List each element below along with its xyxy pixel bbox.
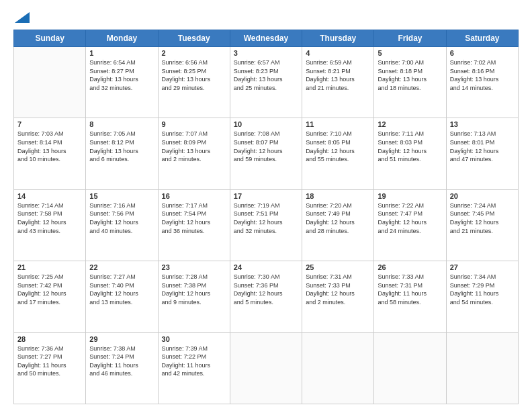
logo [13, 12, 30, 23]
day-info: Sunrise: 7:20 AM Sunset: 7:49 PM Dayligh… [306, 201, 370, 235]
day-info: Sunrise: 7:22 AM Sunset: 7:47 PM Dayligh… [378, 201, 442, 235]
day-info: Sunrise: 6:57 AM Sunset: 8:23 PM Dayligh… [234, 58, 298, 92]
col-header-wednesday: Wednesday [230, 30, 302, 47]
day-number: 6 [450, 49, 515, 57]
calendar-cell [14, 47, 86, 118]
day-info: Sunrise: 6:59 AM Sunset: 8:21 PM Dayligh… [306, 58, 370, 92]
week-row-4: 21Sunrise: 7:25 AM Sunset: 7:42 PM Dayli… [14, 261, 519, 332]
day-number: 8 [89, 120, 154, 128]
day-number: 1 [89, 49, 154, 57]
day-info: Sunrise: 7:07 AM Sunset: 8:09 PM Dayligh… [162, 130, 226, 163]
calendar-cell: 13Sunrise: 7:13 AM Sunset: 8:01 PM Dayli… [446, 118, 518, 189]
calendar-cell: 1Sunrise: 6:54 AM Sunset: 8:27 PM Daylig… [86, 47, 158, 118]
day-info: Sunrise: 7:24 AM Sunset: 7:45 PM Dayligh… [450, 201, 515, 235]
day-number: 20 [450, 192, 515, 200]
day-info: Sunrise: 7:08 AM Sunset: 8:07 PM Dayligh… [234, 130, 298, 163]
calendar-cell: 4Sunrise: 6:59 AM Sunset: 8:21 PM Daylig… [302, 47, 374, 118]
day-number: 15 [89, 192, 154, 200]
day-number: 10 [234, 120, 298, 128]
calendar-cell: 15Sunrise: 7:16 AM Sunset: 7:56 PM Dayli… [86, 189, 158, 261]
calendar-cell: 5Sunrise: 7:00 AM Sunset: 8:18 PM Daylig… [374, 47, 446, 118]
day-info: Sunrise: 7:17 AM Sunset: 7:54 PM Dayligh… [162, 201, 226, 235]
col-header-sunday: Sunday [14, 30, 86, 47]
calendar-cell: 19Sunrise: 7:22 AM Sunset: 7:47 PM Dayli… [374, 189, 446, 261]
calendar-cell: 6Sunrise: 7:02 AM Sunset: 8:16 PM Daylig… [446, 47, 518, 118]
day-info: Sunrise: 6:54 AM Sunset: 8:27 PM Dayligh… [89, 58, 154, 92]
day-number: 4 [306, 49, 370, 57]
col-header-monday: Monday [86, 30, 158, 47]
calendar-cell: 11Sunrise: 7:10 AM Sunset: 8:05 PM Dayli… [302, 118, 374, 189]
day-number: 2 [162, 49, 226, 57]
day-number: 26 [378, 263, 442, 271]
day-number: 19 [378, 192, 442, 200]
day-info: Sunrise: 7:30 AM Sunset: 7:36 PM Dayligh… [234, 273, 298, 306]
calendar-cell [230, 332, 302, 404]
day-number: 16 [162, 192, 226, 200]
calendar-cell: 14Sunrise: 7:14 AM Sunset: 7:58 PM Dayli… [14, 189, 86, 261]
day-number: 12 [378, 120, 442, 128]
page: SundayMondayTuesdayWednesdayThursdayFrid… [0, 0, 532, 411]
day-info: Sunrise: 7:13 AM Sunset: 8:01 PM Dayligh… [450, 130, 515, 163]
calendar-cell [374, 332, 446, 404]
calendar-cell: 3Sunrise: 6:57 AM Sunset: 8:23 PM Daylig… [230, 47, 302, 118]
day-number: 30 [162, 335, 226, 343]
week-row-1: 1Sunrise: 6:54 AM Sunset: 8:27 PM Daylig… [14, 47, 519, 118]
calendar-cell: 26Sunrise: 7:33 AM Sunset: 7:31 PM Dayli… [374, 261, 446, 332]
day-number: 28 [17, 335, 82, 343]
week-row-3: 14Sunrise: 7:14 AM Sunset: 7:58 PM Dayli… [14, 189, 519, 261]
day-number: 21 [17, 263, 82, 271]
day-number: 24 [234, 263, 298, 271]
week-row-2: 7Sunrise: 7:03 AM Sunset: 8:14 PM Daylig… [14, 118, 519, 189]
header-row: SundayMondayTuesdayWednesdayThursdayFrid… [14, 30, 519, 47]
calendar-cell [302, 332, 374, 404]
calendar-cell: 21Sunrise: 7:25 AM Sunset: 7:42 PM Dayli… [14, 261, 86, 332]
day-info: Sunrise: 7:27 AM Sunset: 7:40 PM Dayligh… [89, 273, 154, 306]
calendar-cell: 17Sunrise: 7:19 AM Sunset: 7:51 PM Dayli… [230, 189, 302, 261]
day-info: Sunrise: 7:33 AM Sunset: 7:31 PM Dayligh… [378, 273, 442, 306]
col-header-tuesday: Tuesday [158, 30, 230, 47]
day-info: Sunrise: 7:16 AM Sunset: 7:56 PM Dayligh… [89, 201, 154, 235]
calendar-cell: 2Sunrise: 6:56 AM Sunset: 8:25 PM Daylig… [158, 47, 230, 118]
day-number: 17 [234, 192, 298, 200]
day-info: Sunrise: 7:39 AM Sunset: 7:22 PM Dayligh… [162, 345, 226, 378]
col-header-thursday: Thursday [302, 30, 374, 47]
day-info: Sunrise: 7:36 AM Sunset: 7:27 PM Dayligh… [17, 345, 82, 378]
header [13, 12, 519, 23]
day-number: 25 [306, 263, 370, 271]
day-number: 5 [378, 49, 442, 57]
day-number: 14 [17, 192, 82, 200]
svg-marker-0 [15, 12, 30, 23]
day-info: Sunrise: 7:11 AM Sunset: 8:03 PM Dayligh… [378, 130, 442, 163]
day-number: 23 [162, 263, 226, 271]
day-info: Sunrise: 7:02 AM Sunset: 8:16 PM Dayligh… [450, 58, 515, 92]
col-header-saturday: Saturday [446, 30, 518, 47]
calendar-cell: 18Sunrise: 7:20 AM Sunset: 7:49 PM Dayli… [302, 189, 374, 261]
calendar-cell: 16Sunrise: 7:17 AM Sunset: 7:54 PM Dayli… [158, 189, 230, 261]
day-number: 11 [306, 120, 370, 128]
day-info: Sunrise: 7:34 AM Sunset: 7:29 PM Dayligh… [450, 273, 515, 306]
calendar-cell: 25Sunrise: 7:31 AM Sunset: 7:33 PM Dayli… [302, 261, 374, 332]
calendar-cell [446, 332, 518, 404]
day-info: Sunrise: 7:03 AM Sunset: 8:14 PM Dayligh… [17, 130, 82, 163]
calendar-cell: 24Sunrise: 7:30 AM Sunset: 7:36 PM Dayli… [230, 261, 302, 332]
calendar-cell: 30Sunrise: 7:39 AM Sunset: 7:22 PM Dayli… [158, 332, 230, 404]
day-info: Sunrise: 7:38 AM Sunset: 7:24 PM Dayligh… [89, 345, 154, 378]
calendar-cell: 23Sunrise: 7:28 AM Sunset: 7:38 PM Dayli… [158, 261, 230, 332]
day-info: Sunrise: 7:00 AM Sunset: 8:18 PM Dayligh… [378, 58, 442, 92]
day-number: 27 [450, 263, 515, 271]
day-number: 3 [234, 49, 298, 57]
calendar-cell: 8Sunrise: 7:05 AM Sunset: 8:12 PM Daylig… [86, 118, 158, 189]
day-info: Sunrise: 7:10 AM Sunset: 8:05 PM Dayligh… [306, 130, 370, 163]
day-info: Sunrise: 7:31 AM Sunset: 7:33 PM Dayligh… [306, 273, 370, 306]
day-info: Sunrise: 7:19 AM Sunset: 7:51 PM Dayligh… [234, 201, 298, 235]
day-info: Sunrise: 7:25 AM Sunset: 7:42 PM Dayligh… [17, 273, 82, 306]
calendar-cell: 7Sunrise: 7:03 AM Sunset: 8:14 PM Daylig… [14, 118, 86, 189]
day-number: 13 [450, 120, 515, 128]
calendar-cell: 29Sunrise: 7:38 AM Sunset: 7:24 PM Dayli… [86, 332, 158, 404]
day-number: 18 [306, 192, 370, 200]
day-number: 29 [89, 335, 154, 343]
day-info: Sunrise: 6:56 AM Sunset: 8:25 PM Dayligh… [162, 58, 226, 92]
calendar-cell: 28Sunrise: 7:36 AM Sunset: 7:27 PM Dayli… [14, 332, 86, 404]
day-info: Sunrise: 7:28 AM Sunset: 7:38 PM Dayligh… [162, 273, 226, 306]
calendar-cell: 9Sunrise: 7:07 AM Sunset: 8:09 PM Daylig… [158, 118, 230, 189]
